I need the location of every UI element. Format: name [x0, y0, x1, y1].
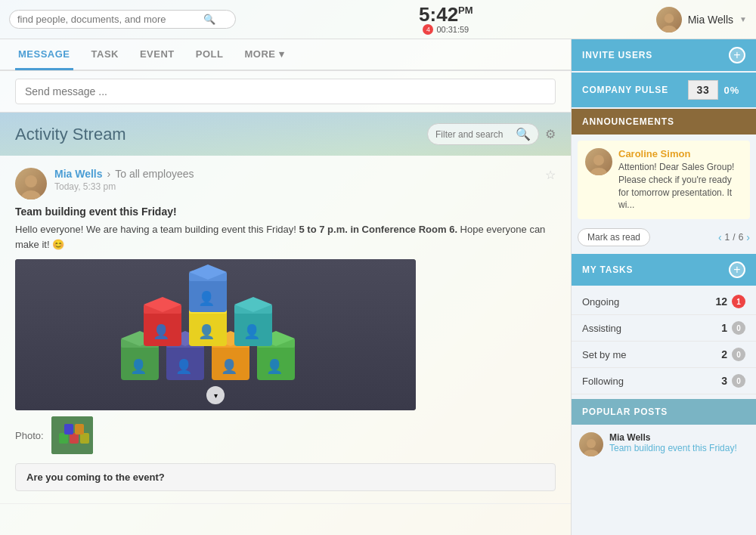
task-row-set-by-me[interactable]: Set by me 2 0	[572, 342, 756, 368]
svg-point-47	[584, 450, 599, 456]
popular-post-content: Mia Wells Team building event this Frida…	[609, 432, 748, 453]
post-time: Today, 5:33 pm	[54, 181, 538, 192]
message-input[interactable]	[15, 79, 556, 104]
page-current: 1	[725, 232, 730, 243]
stream-content[interactable]: Mia Wells › To all employees Today, 5:33…	[0, 156, 571, 535]
photo-section: Photo:	[15, 416, 556, 454]
post-author-avatar	[15, 168, 47, 199]
poll-question: Are you coming to the event?	[15, 463, 556, 491]
task-row-ongoing[interactable]: Ongoing 12 1	[572, 289, 756, 315]
svg-point-44	[593, 155, 604, 165]
popular-post-avatar	[579, 432, 603, 456]
svg-rect-43	[75, 424, 84, 434]
clock-area: 5:42PM 4 00:31:59	[243, 5, 649, 35]
svg-rect-41	[80, 433, 89, 444]
task-badge-set-by-me: 0	[732, 348, 745, 361]
task-badge-following: 0	[732, 374, 745, 388]
popular-posts-section: POPULAR POSTS Mia Wells Team building ev…	[572, 399, 756, 464]
user-avatar-icon	[658, 11, 680, 32]
task-row-assisting[interactable]: Assisting 1 0	[572, 315, 756, 342]
post-audience: To all employees	[115, 168, 194, 180]
task-count-following: 3	[721, 375, 727, 387]
post: Mia Wells › To all employees Today, 5:33…	[0, 156, 571, 504]
search-box[interactable]: 🔍	[9, 10, 236, 29]
tab-task[interactable]: TASK	[88, 40, 122, 70]
post-body: Hello everyone! We are having a team bui…	[15, 222, 556, 252]
svg-point-3	[21, 190, 41, 199]
svg-text:👤: 👤	[221, 358, 238, 375]
announcement-content: Caroline Simon Attention! Dear Sales Gro…	[618, 148, 742, 212]
tab-message[interactable]: MESSAGE	[15, 40, 73, 70]
activity-header: Activity Stream 🔍 ⚙	[0, 113, 571, 156]
task-label-set-by-me: Set by me	[582, 349, 627, 360]
post-author[interactable]: Mia Wells	[54, 168, 103, 180]
company-pulse-section: COMPANY PULSE 33 0%	[572, 73, 756, 107]
search-icon: 🔍	[203, 14, 215, 25]
my-tasks-add-button[interactable]: +	[729, 261, 745, 278]
invite-users-section: INVITE USERS +	[572, 39, 756, 71]
svg-text:👤: 👤	[175, 358, 193, 375]
company-pulse-header: COMPANY PULSE 33 0%	[572, 73, 756, 107]
post-arrow: ›	[107, 168, 111, 180]
svg-text:👤: 👤	[153, 323, 170, 340]
svg-rect-42	[64, 424, 73, 434]
popular-post[interactable]: Mia Wells Team building event this Frida…	[572, 425, 756, 464]
tab-poll[interactable]: POLL	[193, 40, 227, 70]
photo-label: Photo:	[15, 430, 44, 441]
image-expand-button[interactable]: ▾	[206, 386, 225, 404]
svg-point-46	[587, 439, 596, 448]
my-tasks-header: MY TASKS +	[572, 254, 756, 286]
main-layout: MESSAGE TASK EVENT POLL MORE ▾ Activity …	[0, 39, 756, 535]
message-input-area	[0, 71, 571, 113]
post-image: 👤 👤 👤 👤	[15, 259, 416, 410]
tasks-list: Ongoing 12 1 Assisting 1 0 Set by me	[572, 286, 756, 397]
mark-as-read-button[interactable]: Mark as read	[578, 228, 650, 246]
invite-users-add-button[interactable]: +	[729, 47, 745, 63]
pulse-value: 33	[688, 80, 717, 100]
tab-event[interactable]: EVENT	[137, 40, 178, 70]
prev-page-button[interactable]: ‹	[718, 231, 722, 243]
filter-search-icon: 🔍	[516, 127, 531, 141]
task-row-following[interactable]: Following 3 0	[572, 368, 756, 394]
popular-post-author: Mia Wells	[609, 432, 748, 443]
post-author-line: Mia Wells › To all employees	[54, 168, 538, 180]
svg-text:👤: 👤	[130, 358, 147, 375]
photo-thumb-image	[51, 416, 93, 454]
clock-time: 5:42PM	[419, 5, 473, 24]
right-sidebar: INVITE USERS + COMPANY PULSE 33 0% ANNOU…	[571, 39, 756, 535]
svg-point-0	[664, 14, 673, 23]
photo-thumbnail[interactable]	[51, 416, 93, 454]
post-meta: Mia Wells › To all employees Today, 5:33…	[54, 168, 538, 192]
user-area[interactable]: Mia Wells ▼	[656, 7, 747, 32]
left-content: MESSAGE TASK EVENT POLL MORE ▾ Activity …	[0, 39, 571, 535]
announcement-author-avatar	[585, 148, 612, 175]
tab-bar: MESSAGE TASK EVENT POLL MORE ▾	[0, 39, 571, 71]
top-bar: 🔍 5:42PM 4 00:31:59 Mia Wells ▼	[0, 0, 756, 39]
announcement-footer: Mark as read ‹ 1 / 6 ›	[572, 225, 756, 252]
task-count-ongoing: 12	[715, 295, 727, 308]
svg-text:👤: 👤	[198, 323, 215, 340]
filter-search-box[interactable]: 🔍	[427, 123, 539, 145]
svg-rect-40	[70, 433, 79, 444]
clock-notification: 4 00:31:59	[423, 24, 469, 35]
filter-input[interactable]	[435, 129, 511, 140]
settings-button[interactable]: ⚙	[545, 127, 556, 141]
post-title: Team building event this Friday!	[15, 206, 556, 218]
pulse-percent: 0%	[718, 82, 745, 99]
avatar	[656, 7, 682, 32]
chevron-down-icon: ▼	[739, 15, 747, 23]
user-name: Mia Wells	[688, 14, 733, 26]
next-page-button[interactable]: ›	[746, 231, 750, 243]
tab-more[interactable]: MORE ▾	[241, 40, 287, 70]
task-badge-assisting: 0	[732, 321, 745, 335]
task-label-assisting: Assisting	[582, 323, 621, 334]
pagination: ‹ 1 / 6 ›	[718, 231, 750, 243]
popular-post-text[interactable]: Team building event this Friday!	[609, 443, 748, 453]
search-input[interactable]	[17, 14, 199, 25]
task-label-following: Following	[582, 376, 624, 387]
svg-text:👤: 👤	[243, 323, 261, 340]
announcement-author[interactable]: Caroline Simon	[618, 148, 742, 159]
svg-point-2	[25, 175, 37, 187]
task-count-assisting: 1	[721, 322, 727, 334]
star-icon[interactable]: ☆	[545, 168, 556, 182]
